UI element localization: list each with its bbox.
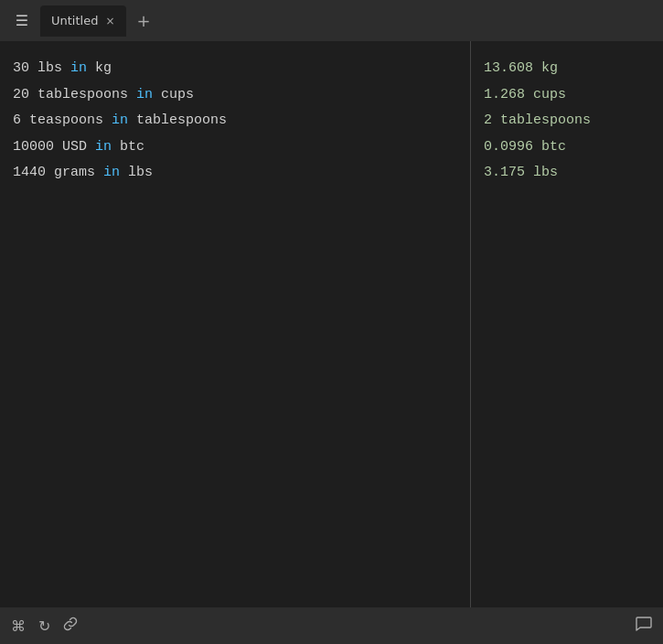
keyword-in: in	[70, 60, 87, 76]
result-line: 1.268 cups	[484, 82, 650, 109]
conversion-text: cups	[153, 87, 194, 102]
tab-label: Untitled	[51, 14, 98, 27]
conversion-text: 6 teaspoons	[13, 113, 112, 128]
conversion-text: btc	[112, 139, 144, 155]
conversion-text: 30 lbs	[13, 60, 70, 76]
conversion-text: 10000 USD	[13, 139, 95, 155]
keyword-in: in	[112, 113, 128, 128]
main-area: 30 lbs in kg20 tablespoons in cups6 teas…	[0, 41, 663, 607]
conversion-line: 30 lbs in kg	[13, 56, 457, 82]
keyword-in: in	[103, 165, 120, 180]
tab-untitled[interactable]: Untitled ×	[40, 5, 126, 37]
footer: ⌘ ↻	[0, 607, 663, 644]
result-line: 13.608 kg	[484, 56, 650, 82]
keyword-in: in	[136, 87, 153, 102]
tab-close-icon[interactable]: ×	[105, 16, 114, 27]
cmd-icon[interactable]: ⌘	[11, 617, 26, 635]
titlebar: ☰ Untitled × +	[0, 0, 663, 41]
result-line: 3.175 lbs	[484, 160, 650, 187]
result-line: 2 tablespoons	[484, 108, 650, 134]
left-panel[interactable]: 30 lbs in kg20 tablespoons in cups6 teas…	[0, 41, 471, 607]
conversion-text: lbs	[120, 165, 153, 180]
conversion-text: kg	[87, 60, 112, 76]
result-line: 0.0996 btc	[484, 134, 650, 161]
link-icon[interactable]	[63, 617, 78, 635]
conversion-text: tablespoons	[128, 113, 227, 128]
conversion-line: 6 teaspoons in tablespoons	[13, 108, 457, 134]
conversion-line: 20 tablespoons in cups	[13, 82, 457, 109]
chat-icon[interactable]	[636, 616, 652, 636]
conversion-text: 1440 grams	[13, 165, 103, 180]
new-tab-button[interactable]: +	[130, 7, 158, 34]
refresh-icon[interactable]: ↻	[38, 617, 50, 635]
footer-left: ⌘ ↻	[11, 617, 78, 635]
conversion-line: 1440 grams in lbs	[13, 160, 457, 187]
keyword-in: in	[95, 139, 112, 155]
conversion-text: 20 tablespoons	[13, 87, 136, 102]
right-panel: 13.608 kg1.268 cups2 tablespoons0.0996 b…	[471, 41, 663, 607]
menu-icon[interactable]: ☰	[7, 6, 37, 36]
conversion-line: 10000 USD in btc	[13, 134, 457, 161]
